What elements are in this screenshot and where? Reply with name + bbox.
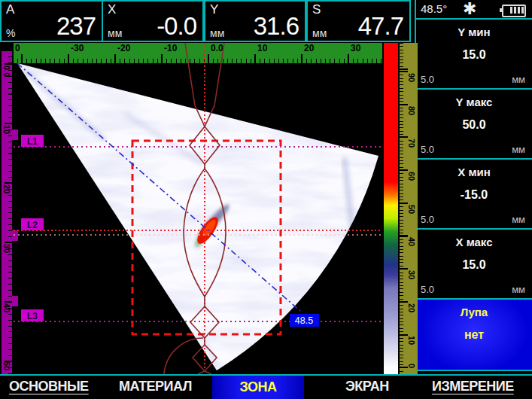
param-value: нет [416,328,532,342]
ruler-label: 90 [407,73,416,82]
readout-x: X мм -0.0 [102,0,204,42]
param-magnifier[interactable]: Лупа нет [416,300,532,371]
param-unit: мм [512,144,525,155]
param-step: 5.0 [421,214,434,225]
readout-amplitude: A % 237 [0,0,103,42]
param-title: X мин [416,166,532,178]
battery-icon [502,5,526,17]
ruler-label: 20 [407,303,416,312]
ruler-label: 50 [407,205,416,214]
param-y-min[interactable]: Y мин 15.0 5.0 мм [416,20,532,90]
readout-unit: мм [108,27,122,39]
gate-tag-l2: L2 [27,220,38,230]
y-axis-ruler: 0.0 10 20 30 40 50 [2,51,12,374]
menu-item-material[interactable]: МАТЕРИАЛ [119,376,192,399]
ruler-label: 50 [2,361,11,370]
ruler-label: 80 [407,106,416,115]
param-unit: мм [512,214,525,225]
ruler-label: 0 [407,364,416,368]
param-title: Лупа [416,306,532,318]
menu-item-osnovnye[interactable]: ОСНОВНЫЕ [9,376,89,399]
freeze-icon: ✱ [463,0,476,19]
sector-scan-display: L1 L2 L3 48.5 [14,43,382,374]
beam-angle-flag-text: 48.5 [295,315,313,326]
readout-label: X [108,2,116,17]
beam-angle-readout: 48.5° [421,2,447,15]
ruler-label: 0.0 [2,65,11,77]
param-step: 5.0 [421,284,434,295]
param-value: 15.0 [416,48,532,62]
param-value: 15.0 [416,258,532,272]
param-value: 50.0 [416,118,532,132]
param-title: X макс [416,236,532,248]
gate-tag-l1: L1 [27,136,38,147]
param-y-max[interactable]: Y макс 50.0 5.0 мм [416,90,532,160]
menu-item-ekran[interactable]: ЭКРАН [345,376,389,399]
ruler-label: 30 [407,270,416,279]
ruler-label: 40 [2,303,11,312]
readout-value: -0.0 [157,12,196,41]
param-step: 5.0 [421,144,434,155]
gate-tag-l3: L3 [27,311,38,321]
amplitude-colorbar [384,43,398,374]
param-unit: мм [512,284,525,295]
menu-item-zona-label: ЗОНА [239,379,276,395]
param-x-min[interactable]: X мин -15.0 5.0 мм [416,160,532,230]
gate-tags: L1 L2 L3 [21,135,44,321]
readout-unit: % [6,27,15,39]
param-unit: мм [512,74,525,85]
readout-s: S мм 47.7 [306,0,411,42]
param-step: 5.0 [421,74,434,85]
beam-angle-flag: 48.5 [290,314,319,327]
readout-value: 47.7 [358,12,403,41]
param-x-max[interactable]: X макс 15.0 5.0 мм [416,230,532,300]
param-value: -15.0 [416,188,532,202]
sector-texture [14,43,382,374]
param-title: Y макс [416,96,532,108]
ruler-ticks-major [5,51,12,374]
amplitude-ruler: 90 80 70 60 50 40 30 20 10 0 [400,43,418,374]
readout-unit: мм [312,27,327,39]
readout-label: S [312,2,321,17]
readout-label: A [6,2,14,17]
readout-value: 237 [56,12,96,41]
main-menu: ОСНОВНЫЕ МАТЕРИАЛ ЗОНА ЭКРАН ИЗМЕРЕНИЕ [0,376,532,399]
ruler-label: 10 [407,336,416,345]
ruler-label: 60 [407,172,416,181]
ruler-label: 10 [2,125,11,134]
ruler-label: 70 [407,139,416,148]
readout-y: Y мм 31.6 [204,0,306,42]
param-title: Y мин [416,26,532,38]
readout-value: 31.6 [254,12,299,41]
readout-label: Y [210,2,218,17]
ruler-label: 20 [2,184,11,193]
ruler-label: 40 [407,237,416,246]
ruler-label: 30 [2,244,11,253]
menu-item-zona[interactable]: ЗОНА [212,376,304,399]
readout-unit: мм [210,27,224,39]
menu-item-izmerenie[interactable]: ИЗМЕРЕНИЕ [432,376,514,399]
status-box: 48.5° ✱ [416,0,532,20]
flaw-detector-screen: A % 237 X мм -0.0 Y мм 31.6 S мм 47.7 48… [0,0,532,399]
